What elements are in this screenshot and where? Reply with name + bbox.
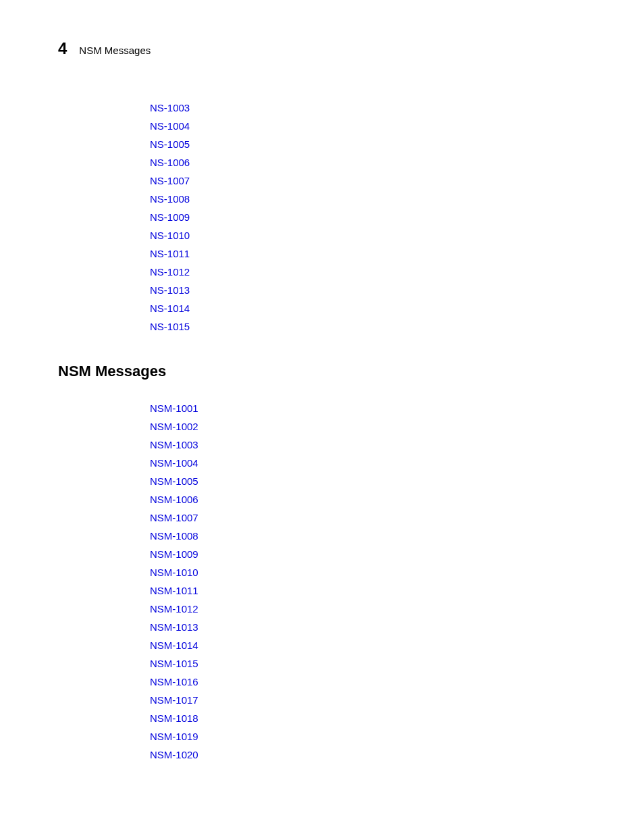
nsm-link[interactable]: NSM-1005 bbox=[150, 472, 644, 490]
nsm-link[interactable]: NSM-1003 bbox=[150, 436, 644, 454]
ns-link[interactable]: NS-1015 bbox=[150, 317, 644, 336]
ns-link[interactable]: NS-1009 bbox=[150, 208, 644, 226]
ns-link[interactable]: NS-1012 bbox=[150, 263, 644, 281]
ns-link[interactable]: NS-1011 bbox=[150, 244, 644, 263]
ns-link[interactable]: NS-1007 bbox=[150, 172, 644, 190]
ns-link[interactable]: NS-1014 bbox=[150, 299, 644, 317]
ns-link[interactable]: NS-1008 bbox=[150, 190, 644, 208]
nsm-link[interactable]: NSM-1019 bbox=[150, 727, 644, 746]
ns-link[interactable]: NS-1003 bbox=[150, 99, 644, 117]
nsm-link[interactable]: NSM-1014 bbox=[150, 636, 644, 654]
nsm-link-list: NSM-1001 NSM-1002 NSM-1003 NSM-1004 NSM-… bbox=[0, 399, 644, 764]
nsm-link[interactable]: NSM-1015 bbox=[150, 654, 644, 673]
ns-link[interactable]: NS-1006 bbox=[150, 153, 644, 172]
ns-link[interactable]: NS-1004 bbox=[150, 117, 644, 135]
ns-link[interactable]: NS-1013 bbox=[150, 281, 644, 299]
nsm-link[interactable]: NSM-1018 bbox=[150, 709, 644, 727]
nsm-link[interactable]: NSM-1011 bbox=[150, 581, 644, 600]
ns-link[interactable]: NS-1010 bbox=[150, 226, 644, 244]
nsm-link[interactable]: NSM-1013 bbox=[150, 618, 644, 636]
nsm-link[interactable]: NSM-1007 bbox=[150, 509, 644, 527]
page-header: 4 NSM Messages bbox=[0, 39, 644, 58]
nsm-link[interactable]: NSM-1001 bbox=[150, 399, 644, 417]
nsm-link[interactable]: NSM-1002 bbox=[150, 417, 644, 436]
nsm-link[interactable]: NSM-1020 bbox=[150, 746, 644, 764]
nsm-link[interactable]: NSM-1010 bbox=[150, 563, 644, 581]
page-number: 4 bbox=[58, 39, 67, 58]
ns-link-list: NS-1003 NS-1004 NS-1005 NS-1006 NS-1007 … bbox=[0, 99, 644, 336]
nsm-link[interactable]: NSM-1016 bbox=[150, 673, 644, 691]
nsm-link[interactable]: NSM-1006 bbox=[150, 490, 644, 509]
nsm-link[interactable]: NSM-1008 bbox=[150, 527, 644, 545]
ns-link[interactable]: NS-1005 bbox=[150, 135, 644, 153]
nsm-link[interactable]: NSM-1012 bbox=[150, 600, 644, 618]
nsm-link[interactable]: NSM-1017 bbox=[150, 691, 644, 709]
header-title: NSM Messages bbox=[79, 45, 151, 56]
nsm-link[interactable]: NSM-1004 bbox=[150, 454, 644, 472]
section-heading: NSM Messages bbox=[0, 363, 644, 380]
nsm-link[interactable]: NSM-1009 bbox=[150, 545, 644, 563]
